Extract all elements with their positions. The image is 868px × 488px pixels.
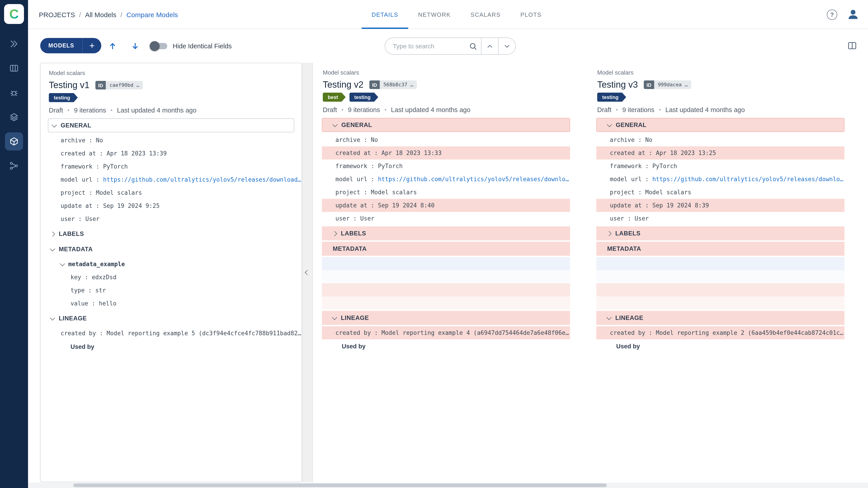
arrow-down-icon: [131, 41, 140, 51]
field-key: project: [610, 189, 635, 196]
field-row-archive: archive : No: [322, 133, 570, 147]
field-value: PyTorch: [378, 163, 403, 169]
section-general[interactable]: GENERAL: [322, 118, 570, 132]
field-row-framework: framework : PyTorch: [322, 160, 570, 173]
field-row-project: project : Model scalars: [596, 186, 844, 199]
sidebar-item-debugger[interactable]: [5, 84, 23, 102]
search-prev-button[interactable]: [481, 38, 498, 54]
section-lineage[interactable]: LINEAGE: [41, 311, 302, 325]
sidebar-item-panels[interactable]: [5, 59, 23, 77]
tab-details[interactable]: DETAILS: [362, 0, 408, 29]
separator: :: [86, 137, 96, 144]
breadcrumb-separator: /: [121, 11, 122, 18]
section-lineage[interactable]: LINEAGE: [322, 311, 570, 325]
section-label: GENERAL: [341, 122, 372, 128]
field-row-model-url: model url : https://github.com/ultralyti…: [322, 173, 570, 186]
section-lineage[interactable]: LINEAGE: [596, 311, 844, 325]
metadata-empty-row: [322, 270, 570, 283]
tag-testing[interactable]: testing: [49, 93, 78, 102]
scrollbar-thumb[interactable]: [73, 484, 607, 487]
lineage-created-by-row: created by : Model reporting example 2 (…: [596, 326, 844, 339]
section-general[interactable]: GENERAL: [48, 119, 294, 132]
field-value: Apr 18 2023 13:25: [656, 150, 716, 156]
field-key: created by: [610, 329, 645, 336]
section-metadata[interactable]: METADATA: [596, 242, 844, 256]
field-value: Sep 19 2024 8:40: [378, 202, 434, 209]
move-up-button[interactable]: [105, 39, 120, 53]
field-key: archive: [336, 136, 360, 143]
field-value-link[interactable]: https://github.com/ultralytics/yolov5/re…: [103, 176, 302, 183]
field-row-archive: archive : No: [596, 133, 844, 147]
user-avatar-icon[interactable]: [846, 8, 860, 21]
field-value: Model scalars: [645, 189, 691, 196]
separator: :: [88, 300, 99, 307]
move-down-button[interactable]: [127, 39, 143, 53]
help-glyph: ?: [830, 11, 834, 18]
model-id-badge[interactable]: ID568b8c37 …: [369, 80, 417, 89]
topbar-right: ?: [827, 0, 860, 29]
field-key: project: [61, 189, 86, 196]
model-id-badge[interactable]: ID999dacea …: [644, 80, 691, 89]
field-value: Model scalars: [96, 189, 142, 196]
field-row-user: user : User: [322, 212, 570, 225]
hide-identical-toggle[interactable]: [151, 43, 167, 49]
tag-best[interactable]: best: [323, 93, 346, 102]
field-value: Model reporting example 4 (a6947dd754464…: [381, 329, 570, 336]
sidebar-item-pipelines[interactable]: [5, 157, 23, 175]
field-key: archive: [610, 136, 635, 143]
metadata-group[interactable]: metadata_example: [41, 258, 302, 271]
section-labels[interactable]: LABELS: [41, 227, 302, 241]
field-key: created by: [336, 329, 371, 336]
models-button-group: MODELS +: [40, 38, 101, 53]
metadata-empty-row: [322, 257, 570, 270]
field-value: str: [95, 287, 106, 294]
columns-panel-button[interactable]: [847, 41, 857, 53]
field-value: Sep 19 2024 8:39: [652, 202, 709, 209]
field-key: created by: [61, 330, 96, 337]
section-label: LABELS: [615, 230, 641, 237]
comet-logo[interactable]: C: [4, 4, 24, 24]
tab-scalars[interactable]: SCALARS: [461, 0, 510, 29]
section-metadata[interactable]: METADATA: [41, 242, 302, 256]
updated-text: Last updated 4 months ago: [117, 107, 197, 114]
section-metadata[interactable]: METADATA: [322, 242, 570, 256]
tag-testing[interactable]: testing: [597, 93, 626, 102]
metadata-empty-row: [596, 270, 844, 283]
tab-plots[interactable]: PLOTS: [510, 0, 551, 29]
field-row-update-at: update at : Sep 19 2024 9:25: [41, 199, 302, 213]
tab-network[interactable]: NETWORK: [408, 0, 461, 29]
field-key: project: [336, 189, 360, 196]
help-icon[interactable]: ?: [827, 9, 837, 20]
metadata-empty-row: [322, 283, 570, 296]
separator: :: [81, 274, 92, 281]
sidebar-item-artifacts[interactable]: [5, 108, 23, 126]
search-icon[interactable]: [465, 38, 481, 54]
breadcrumb-projects[interactable]: PROJECTS: [39, 11, 75, 18]
model-id-badge[interactable]: IDcaef90bd …: [95, 81, 143, 90]
search-next-button[interactable]: [498, 38, 515, 54]
compare-content: Model scalars Testing v1 IDcaef90bd … te…: [0, 63, 868, 483]
panel-collapse-divider[interactable]: [302, 63, 313, 482]
field-key: user: [336, 215, 350, 222]
breadcrumb-compare-models[interactable]: Compare Models: [126, 11, 178, 18]
horizontal-scrollbar[interactable]: [28, 483, 868, 488]
add-model-button[interactable]: +: [82, 38, 101, 53]
section-labels[interactable]: LABELS: [596, 226, 844, 240]
metadata-empty-row: [596, 296, 844, 310]
models-button[interactable]: MODELS: [40, 38, 82, 53]
sidebar-item-experiments[interactable]: [5, 35, 23, 53]
breadcrumb-all-models[interactable]: All Models: [85, 11, 116, 18]
tag-testing[interactable]: testing: [349, 93, 378, 102]
chevron-right-icon: [50, 231, 55, 236]
field-value-link[interactable]: https://github.com/ultralytics/yolov5/re…: [378, 176, 570, 183]
section-labels[interactable]: LABELS: [322, 226, 570, 240]
section-general[interactable]: GENERAL: [596, 118, 844, 132]
sidebar-item-model-registry[interactable]: [5, 132, 23, 151]
field-value-link[interactable]: https://github.com/ultralytics/yolov5/re…: [652, 176, 844, 183]
separator: :: [85, 287, 95, 294]
separator: :: [642, 163, 652, 169]
field-value: PyTorch: [652, 163, 677, 169]
field-value: Model scalars: [371, 189, 417, 196]
search-input[interactable]: [385, 38, 465, 54]
tab-bar: DETAILS NETWORK SCALARS PLOTS: [362, 0, 552, 29]
